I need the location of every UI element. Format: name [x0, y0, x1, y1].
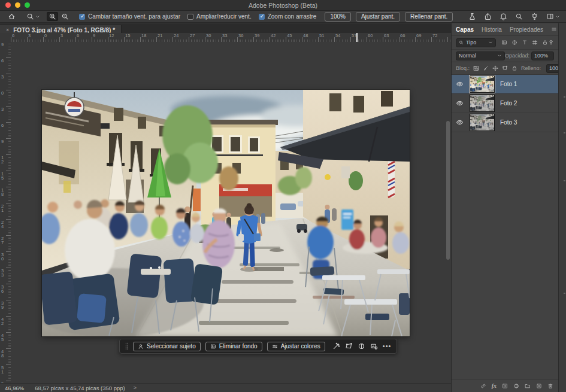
- layer-mask-icon[interactable]: [502, 383, 508, 389]
- opacity-label: Opacidad:: [505, 53, 529, 59]
- filter-type-icon[interactable]: [522, 39, 528, 45]
- layer-row-foto-1[interactable]: Foto 1: [452, 75, 558, 94]
- h-ruler-label: 48: [303, 34, 308, 38]
- checkbox-label: Ampliar/reducir vent.: [196, 13, 252, 20]
- cropped-text-fragment: [564, 132, 565, 133]
- checkbox-label: Cambiar tamaño vent. para ajustar: [88, 13, 180, 20]
- visibility-eye-icon[interactable]: [456, 80, 464, 88]
- filter-type-select[interactable]: Tipo: [456, 38, 496, 47]
- link-layers-icon[interactable]: [480, 383, 486, 389]
- tab-capas[interactable]: Capas: [456, 26, 474, 33]
- fill-screen-button[interactable]: Rellenar pant.: [405, 12, 453, 22]
- panel-menu-icon[interactable]: [551, 26, 557, 32]
- drag-handle-icon[interactable]: [125, 342, 128, 350]
- layer-row-foto-3[interactable]: Foto 3: [452, 113, 558, 132]
- v-ruler-label: 48: [1, 350, 5, 358]
- zoom-out-icon[interactable]: [59, 12, 71, 21]
- home-icon[interactable]: [6, 12, 17, 21]
- h-ruler-label: 39: [255, 34, 259, 38]
- lock-position-icon[interactable]: [492, 65, 498, 71]
- button-label: Ajustar colores: [281, 343, 320, 350]
- layer-thumbnail[interactable]: [470, 75, 495, 93]
- layer-name[interactable]: Foto 3: [500, 119, 517, 126]
- layers-panel: Capas Historia Propiedades Tipo Normal: [451, 23, 558, 392]
- close-tab-icon[interactable]: ×: [6, 27, 9, 33]
- layer-name[interactable]: Foto 2: [500, 100, 517, 107]
- filter-smartobject-icon[interactable]: [542, 39, 548, 45]
- vertical-scrollbar[interactable]: [446, 121, 450, 260]
- adjustment-layer-icon[interactable]: [513, 383, 519, 389]
- filter-type-label: Tipo: [466, 39, 486, 45]
- zoom-100-button[interactable]: 100%: [325, 12, 351, 22]
- lock-artboard-icon[interactable]: [502, 65, 508, 71]
- status-expander-icon[interactable]: >: [134, 385, 137, 391]
- layer-thumbnail[interactable]: [470, 114, 495, 131]
- layer-group-icon[interactable]: [525, 383, 531, 389]
- opacity-field[interactable]: 100%: [531, 51, 554, 60]
- layer-name[interactable]: Foto 1: [500, 81, 517, 87]
- ruler-corner[interactable]: [0, 33, 11, 42]
- h-ruler-label: 60: [368, 34, 373, 38]
- h-ruler-label: 66: [400, 34, 405, 38]
- status-bar: 46,96% 68,57 picas x 45,74 picas (350 pp…: [0, 383, 451, 392]
- adjust-colors-button[interactable]: Ajustar colores: [267, 342, 325, 351]
- layer-effects-icon[interactable]: fx: [492, 383, 497, 389]
- v-ruler-label: 6: [1, 124, 5, 128]
- filter-frame-icon[interactable]: [532, 39, 538, 45]
- more-options-icon[interactable]: •••: [383, 343, 392, 350]
- filter-image-icon[interactable]: [501, 39, 507, 45]
- fit-screen-button[interactable]: Ajustar pant.: [356, 12, 400, 22]
- beaker-icon[interactable]: [468, 13, 476, 20]
- bell-icon[interactable]: [500, 13, 507, 20]
- status-zoom-level[interactable]: 46,96%: [5, 385, 24, 391]
- visibility-eye-icon[interactable]: [456, 99, 464, 107]
- select-subject-button[interactable]: Seleccionar sujeto: [133, 342, 201, 351]
- select-subject-icon: [138, 344, 144, 350]
- lock-label: Bloq.:: [456, 65, 470, 71]
- horizontal-ruler[interactable]: 6303691215182124273033363942454851545760…: [11, 33, 451, 42]
- remove-background-button[interactable]: Eliminar fondo: [205, 342, 262, 351]
- filter-toggle-icon[interactable]: [548, 39, 554, 45]
- generative-wand-icon[interactable]: [332, 342, 340, 350]
- lock-all-icon[interactable]: [511, 65, 517, 71]
- layer-thumbnail[interactable]: [470, 95, 495, 112]
- canvas-image[interactable]: [42, 90, 410, 336]
- delete-layer-icon[interactable]: [547, 383, 553, 389]
- zoom-in-icon[interactable]: [47, 12, 58, 21]
- vertical-ruler[interactable]: 9630369121518212427303336394245485154: [0, 42, 11, 383]
- tab-propiedades[interactable]: Propiedades: [510, 26, 543, 33]
- blend-mode-select[interactable]: Normal: [456, 51, 505, 60]
- share-icon[interactable]: [484, 13, 492, 20]
- titlebar: Adobe Photoshop (Beta): [0, 0, 566, 11]
- zoom-tool-icon[interactable]: [25, 12, 42, 21]
- checkbox: [79, 14, 85, 20]
- h-ruler-label: 57: [352, 34, 356, 38]
- cropped-panel-strip: [558, 23, 566, 392]
- lock-transparency-icon[interactable]: [473, 65, 479, 71]
- layer-row-foto-2[interactable]: Foto 2: [452, 94, 558, 113]
- adjustment-icon[interactable]: [358, 342, 365, 350]
- chevron-down-icon: [550, 53, 551, 58]
- document-tab-title: FOTO 3.jpg al 47% (Foto 1, RGB/8) *: [13, 27, 115, 34]
- lock-pixels-icon[interactable]: [483, 65, 489, 71]
- chevron-down-icon: [35, 14, 40, 19]
- v-ruler-label: 6: [1, 59, 5, 63]
- transform-icon[interactable]: [345, 342, 353, 350]
- checkbox-resize-window[interactable]: Cambiar tamaño vent. para ajustar: [79, 13, 180, 20]
- v-ruler-label: 12: [1, 156, 5, 164]
- window-title: Adobe Photoshop (Beta): [0, 2, 566, 9]
- search-icon[interactable]: [515, 13, 523, 20]
- harmonize-icon[interactable]: [370, 342, 378, 350]
- lightbulb-icon[interactable]: [531, 13, 538, 20]
- tab-historia[interactable]: Historia: [482, 26, 502, 33]
- new-layer-icon[interactable]: [536, 383, 542, 389]
- checkbox-scrubby-zoom[interactable]: Zoom con arrastre: [259, 13, 317, 20]
- v-ruler-label: 18: [1, 189, 5, 196]
- filter-adjustment-icon[interactable]: [511, 39, 517, 45]
- visibility-eye-icon[interactable]: [456, 118, 464, 126]
- h-ruler-label: 9: [93, 34, 95, 38]
- checkbox-zoom-windows[interactable]: Ampliar/reducir vent.: [187, 13, 252, 20]
- h-ruler-label: 27: [190, 34, 195, 38]
- v-ruler-label: 42: [1, 318, 5, 326]
- workspace-icon[interactable]: [546, 13, 560, 20]
